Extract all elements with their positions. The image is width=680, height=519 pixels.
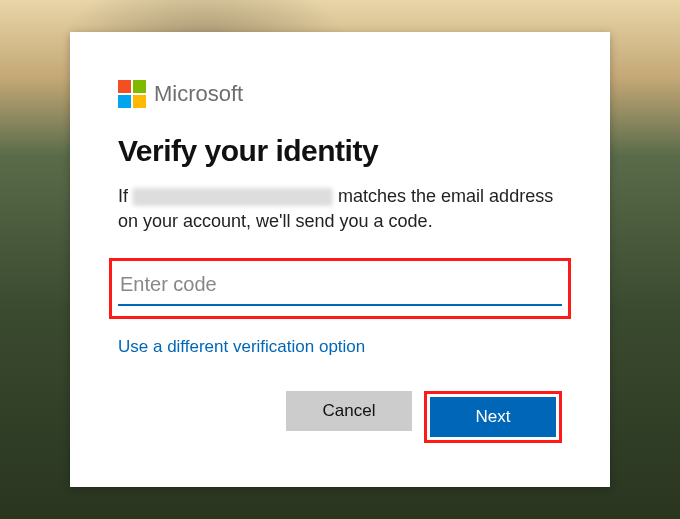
page-title: Verify your identity xyxy=(118,134,562,168)
brand-name: Microsoft xyxy=(154,81,243,107)
microsoft-logo-icon xyxy=(118,80,146,108)
redacted-email xyxy=(133,188,333,206)
code-input[interactable] xyxy=(118,267,562,306)
description-prefix: If xyxy=(118,186,128,206)
brand-row: Microsoft xyxy=(118,80,562,108)
description-text: If matches the email address on your acc… xyxy=(118,184,562,234)
next-button-highlight: Next xyxy=(424,391,562,443)
cancel-button[interactable]: Cancel xyxy=(286,391,412,431)
button-row: Cancel Next xyxy=(118,391,562,443)
code-input-highlight xyxy=(109,258,571,319)
verify-identity-panel: Microsoft Verify your identity If matche… xyxy=(70,32,610,487)
next-button[interactable]: Next xyxy=(430,397,556,437)
different-verification-link[interactable]: Use a different verification option xyxy=(118,337,365,357)
